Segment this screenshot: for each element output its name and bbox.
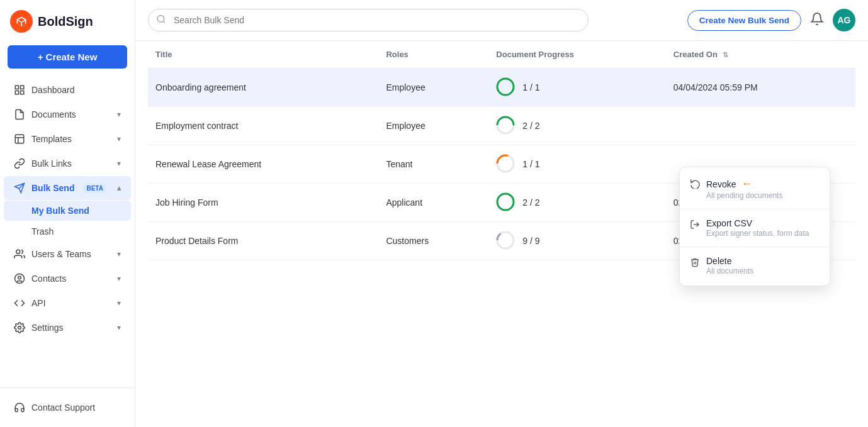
sidebar-item-label: Settings	[31, 323, 64, 333]
bulk-send-icon	[14, 182, 25, 194]
notification-bell-button[interactable]	[810, 12, 824, 29]
progress-text: 9 / 9	[522, 236, 539, 246]
logo-text: BoldSign	[38, 14, 93, 29]
create-new-button[interactable]: + Create New	[8, 45, 127, 69]
row-progress: 1 / 1	[488, 69, 665, 107]
svg-point-13	[157, 16, 164, 23]
avatar[interactable]: AG	[833, 9, 855, 31]
svg-point-12	[18, 326, 21, 330]
sidebar-item-bulk-links[interactable]: Bulk Links ▾	[4, 152, 131, 175]
col-created-on[interactable]: Created On ⇅	[666, 41, 855, 69]
table-row[interactable]: Employment contract Employee 2 / 2	[148, 107, 855, 145]
svg-rect-0	[15, 86, 18, 89]
sidebar-sub-trash[interactable]: Trash	[4, 221, 131, 241]
sidebar-item-dashboard[interactable]: Dashboard	[4, 78, 131, 102]
beta-badge: BETA	[83, 184, 106, 193]
svg-rect-4	[15, 135, 24, 143]
sidebar-item-documents[interactable]: Documents ▾	[4, 103, 131, 126]
chevron-down-icon: ▾	[117, 135, 121, 143]
row-progress: 1 / 1	[488, 145, 665, 184]
context-menu-revoke[interactable]: Revoke← All pending documents	[680, 171, 830, 206]
search-input[interactable]	[148, 9, 589, 31]
context-menu-delete[interactable]: Delete All documents	[680, 250, 830, 282]
sidebar-bottom: Contact Support	[0, 387, 135, 427]
chevron-down-icon: ▾	[117, 110, 121, 119]
progress-ring	[496, 116, 516, 136]
context-menu: Revoke← All pending documents Export CSV…	[679, 167, 830, 286]
context-menu-item-label: Delete	[706, 256, 753, 266]
context-menu-export-csv[interactable]: Export CSV Export signer status, form da…	[680, 212, 830, 244]
sidebar: BoldSign + Create New Dashboard Document…	[0, 0, 135, 427]
sidebar-item-settings[interactable]: Settings ▾	[4, 316, 131, 340]
sidebar-item-bulk-send[interactable]: Bulk Send BETA ▴	[4, 176, 131, 200]
table-container: Title Roles Document Progress Created On…	[135, 41, 868, 427]
context-menu-divider	[680, 247, 830, 247]
row-title: Onboarding agreement	[148, 69, 378, 107]
progress-ring	[496, 77, 516, 97]
search-area	[148, 9, 589, 31]
contact-support-link[interactable]: Contact Support	[4, 396, 131, 419]
contact-support-label: Contact Support	[31, 402, 95, 413]
boldsign-logo-svg	[15, 15, 28, 28]
row-progress: 2 / 2	[488, 184, 665, 222]
row-created-on: 04/04/2024 05:59 PM	[666, 69, 855, 107]
api-icon	[14, 297, 25, 309]
svg-rect-1	[21, 86, 24, 89]
context-menu-item-desc: Export signer status, form data	[706, 229, 809, 238]
documents-icon	[14, 109, 25, 120]
bell-icon	[810, 12, 824, 26]
sidebar-item-contacts[interactable]: Contacts ▾	[4, 267, 131, 291]
row-role: Tenant	[378, 145, 488, 184]
chevron-down-icon: ▾	[117, 323, 121, 332]
col-roles: Roles	[378, 41, 488, 69]
progress-ring	[496, 192, 516, 213]
table-header: Title Roles Document Progress Created On…	[148, 41, 855, 69]
sidebar-item-users-teams[interactable]: Users & Teams ▾	[4, 242, 131, 266]
table-row[interactable]: Onboarding agreement Employee 1 / 1 04/0…	[148, 69, 855, 107]
create-new-bulk-send-button[interactable]: Create New Bulk Send	[687, 10, 801, 31]
sidebar-sub-my-bulk-send[interactable]: My Bulk Send	[4, 201, 131, 221]
sidebar-item-label: Contacts	[31, 274, 66, 284]
progress-text: 1 / 1	[522, 82, 539, 92]
progress-text: 1 / 1	[522, 159, 539, 169]
row-progress: 9 / 9	[488, 222, 665, 260]
progress-text: 2 / 2	[522, 121, 539, 131]
row-title: Renewal Lease Agreement	[148, 145, 378, 184]
arrow-indicator: ←	[741, 177, 752, 191]
svg-point-9	[16, 250, 20, 253]
sidebar-item-label: API	[31, 298, 46, 308]
svg-point-11	[18, 276, 21, 279]
progress-ring	[496, 154, 516, 174]
sidebar-item-label: Users & Teams	[31, 249, 91, 259]
sidebar-item-api[interactable]: API ▾	[4, 291, 131, 315]
logo-area: BoldSign	[0, 0, 135, 40]
row-title: Job Hiring Form	[148, 184, 378, 222]
search-icon	[156, 14, 166, 26]
topbar-right: Create New Bulk Send AG	[687, 9, 855, 31]
col-title: Title	[148, 41, 378, 69]
templates-icon	[14, 133, 25, 145]
bulk-links-icon	[14, 158, 25, 169]
chevron-down-icon: ▾	[117, 159, 121, 168]
revoke-icon	[690, 179, 700, 191]
delete-icon	[690, 257, 700, 270]
users-icon	[14, 248, 25, 260]
chevron-up-icon: ▴	[117, 184, 121, 192]
row-role: Employee	[378, 107, 488, 145]
main-content: Create New Bulk Send AG Title Roles Docu…	[135, 0, 868, 427]
row-role: Applicant	[378, 184, 488, 222]
chevron-down-icon: ▾	[117, 299, 121, 308]
sidebar-item-label: Dashboard	[31, 85, 75, 95]
main-nav: Dashboard Documents ▾ Templates ▾ Bulk L…	[0, 77, 135, 340]
sidebar-item-label: Bulk Send	[31, 183, 74, 193]
sidebar-item-templates[interactable]: Templates ▾	[4, 127, 131, 151]
export-icon	[690, 219, 700, 232]
sidebar-item-label: Templates	[31, 134, 72, 144]
headphones-icon	[14, 402, 25, 413]
settings-icon	[14, 322, 25, 333]
context-menu-item-desc: All pending documents	[706, 191, 782, 200]
row-title: Product Details Form	[148, 222, 378, 260]
svg-point-22	[497, 194, 514, 210]
progress-ring	[496, 231, 516, 251]
contacts-icon	[14, 273, 25, 284]
